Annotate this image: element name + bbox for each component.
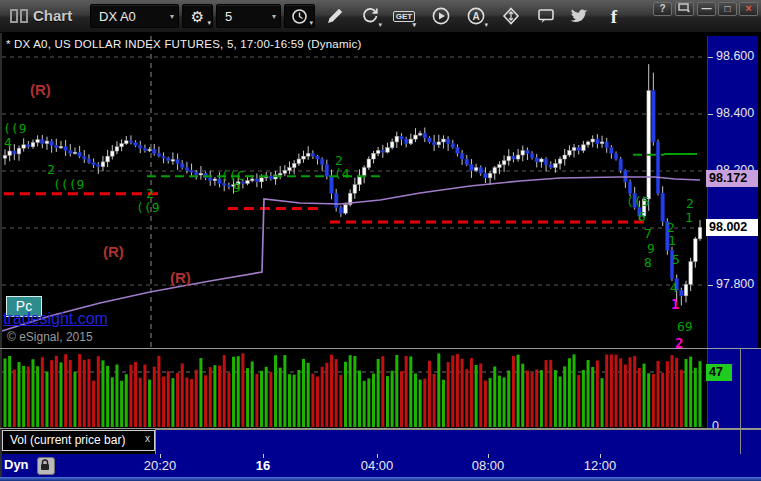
play-icon bbox=[431, 6, 451, 26]
indicator-annotation: 9 bbox=[647, 241, 655, 256]
chart-header-line: * DX A0, US DOLLAR INDEX FUTURES, 5, 17:… bbox=[6, 38, 361, 50]
indicator-annotation: ((9 bbox=[3, 121, 26, 136]
price-tick bbox=[708, 114, 713, 115]
chevron-down-icon bbox=[309, 19, 313, 26]
pane-splitter[interactable] bbox=[0, 348, 761, 349]
dock-icon bbox=[678, 3, 691, 13]
indicator-annotation: 4 bbox=[670, 280, 678, 295]
esignal-chart-window: Chart DX A0 ⚙ 5 bbox=[0, 0, 761, 481]
get-data-button[interactable]: GET bbox=[391, 4, 417, 29]
lock-button[interactable] bbox=[37, 457, 55, 475]
indicator-annotation: ((9 bbox=[136, 200, 159, 215]
alerts-button[interactable] bbox=[498, 4, 524, 29]
indicator-annotation: (((9 bbox=[53, 177, 84, 192]
pencil-icon bbox=[325, 6, 345, 26]
help-button[interactable]: ? bbox=[653, 2, 672, 16]
indicator-annotation: ((5 bbox=[626, 194, 649, 209]
time-template-button[interactable] bbox=[284, 4, 315, 28]
indicator-annotation: 9 bbox=[233, 180, 241, 195]
price-tag-value: 98.172 bbox=[706, 170, 760, 187]
maximize-button[interactable]: □ bbox=[718, 2, 737, 16]
share-facebook-button[interactable]: f bbox=[601, 4, 627, 29]
resistance-label: (R) bbox=[30, 81, 51, 98]
tradesight-link[interactable]: tradesight.com bbox=[3, 310, 108, 328]
price-tag-value: 98.002 bbox=[706, 219, 760, 236]
share-twitter-button[interactable] bbox=[566, 4, 592, 29]
chevron-down-icon bbox=[272, 5, 276, 29]
volume-tag-value: 47 bbox=[706, 364, 732, 381]
indicator-annotation: (4 bbox=[334, 166, 350, 181]
refresh-icon bbox=[360, 6, 380, 26]
chart-canvas[interactable]: ((942(((92((9((C92(4((567982121541692(R)… bbox=[0, 33, 761, 477]
volume-study-tab[interactable]: Vol (current price bar) x bbox=[2, 430, 155, 451]
indicator-annotation: 1 bbox=[668, 233, 676, 248]
dynamic-mode-label: Dyn bbox=[4, 457, 29, 472]
symbol-select[interactable]: DX A0 bbox=[90, 4, 179, 28]
volume-tab-label: Vol (current price bar) bbox=[10, 431, 125, 450]
window-title: Chart bbox=[33, 7, 72, 24]
titlebar: Chart DX A0 ⚙ 5 bbox=[0, 0, 761, 33]
clock-icon bbox=[291, 8, 308, 25]
price-tick-label: 98.400 bbox=[716, 106, 754, 120]
axis-border-line bbox=[740, 349, 741, 454]
chevron-down-icon bbox=[378, 21, 382, 28]
lock-icon bbox=[38, 458, 52, 472]
window-left-edge bbox=[0, 33, 2, 477]
facebook-icon: f bbox=[611, 6, 617, 27]
close-button[interactable]: × bbox=[739, 2, 758, 16]
interval-select[interactable]: 5 bbox=[216, 4, 281, 28]
time-tick-label: 08:00 bbox=[464, 458, 512, 473]
indicator-annotation: 2 bbox=[686, 196, 694, 211]
indicator-annotation: 2 bbox=[146, 186, 154, 201]
indicator-annotation: 69 bbox=[677, 319, 693, 334]
price-axis[interactable]: 98.60098.40098.20097.80098.17298.002 bbox=[707, 36, 758, 348]
draw-tool-button[interactable] bbox=[322, 4, 348, 29]
auto-a-icon: A bbox=[466, 6, 486, 26]
indicator-annotation: 1 bbox=[671, 296, 679, 312]
time-tick-label: 12:00 bbox=[576, 458, 624, 473]
svg-text:A: A bbox=[472, 11, 479, 22]
settings-button[interactable]: ⚙ bbox=[182, 4, 213, 28]
price-tick-label: 98.600 bbox=[716, 49, 754, 63]
indicator-annotation: 1 bbox=[685, 210, 693, 225]
chevron-down-icon bbox=[484, 21, 488, 28]
window-icon bbox=[10, 9, 30, 23]
chevron-down-icon bbox=[170, 5, 174, 29]
diamond-icon bbox=[501, 6, 521, 26]
dock-button[interactable] bbox=[675, 2, 694, 16]
time-axis[interactable]: Dyn 20:201604:0008:0012:00 bbox=[0, 454, 761, 477]
comment-icon bbox=[536, 6, 556, 26]
auto-trade-button[interactable]: A bbox=[463, 4, 489, 29]
time-tick-label: 16 bbox=[239, 458, 287, 473]
indicator-annotation: 5 bbox=[672, 252, 680, 267]
price-tick bbox=[708, 285, 713, 286]
chevron-down-icon bbox=[207, 19, 211, 26]
twitter-icon bbox=[569, 6, 589, 26]
indicator-annotation: 8 bbox=[644, 255, 652, 270]
minimize-button[interactable]: — bbox=[697, 2, 716, 16]
price-tick bbox=[708, 57, 713, 58]
price-tick-label: 97.800 bbox=[716, 277, 754, 291]
chevron-down-icon bbox=[412, 21, 416, 28]
replay-button[interactable] bbox=[428, 4, 454, 29]
indicator-annotation: 7 bbox=[644, 226, 652, 241]
resistance-label: (R) bbox=[103, 243, 124, 260]
time-tick-label: 04:00 bbox=[353, 458, 401, 473]
indicator-annotation: 2 bbox=[47, 162, 55, 177]
indicator-annotation: 6 bbox=[638, 209, 646, 224]
reload-button[interactable] bbox=[357, 4, 383, 29]
window-bottom-edge bbox=[0, 477, 761, 481]
notes-button[interactable] bbox=[533, 4, 559, 29]
tab-row-splitter[interactable] bbox=[0, 428, 761, 429]
interval-value: 5 bbox=[225, 9, 232, 24]
symbol-value: DX A0 bbox=[99, 9, 136, 24]
resistance-label: (R) bbox=[170, 269, 191, 286]
gear-icon: ⚙ bbox=[191, 8, 204, 25]
copyright-text: © eSignal, 2015 bbox=[7, 330, 93, 344]
time-tick-label: 20:20 bbox=[136, 458, 184, 473]
close-icon[interactable]: x bbox=[145, 429, 150, 448]
tab-row-background bbox=[155, 429, 761, 454]
indicator-annotation: 4 bbox=[4, 135, 12, 150]
